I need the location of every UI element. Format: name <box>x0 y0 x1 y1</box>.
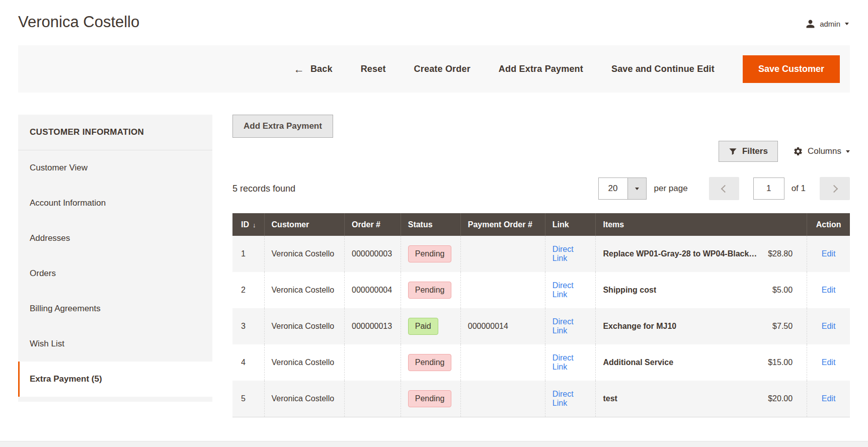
cell-items: test$20.00 <box>595 381 807 417</box>
direct-link[interactable]: Direct Link <box>553 245 589 263</box>
cell-action: Edit <box>807 381 850 417</box>
person-icon <box>806 19 815 29</box>
table-row: 5 Veronica Costello Pending Direct Link … <box>232 381 850 417</box>
sort-desc-icon: ↓ <box>253 221 256 229</box>
cell-customer: Veronica Costello <box>264 236 345 272</box>
status-badge: Pending <box>408 282 452 299</box>
cell-customer: Veronica Costello <box>264 272 345 308</box>
columns-control[interactable]: Columns <box>793 146 850 156</box>
chevron-down-icon <box>845 23 849 25</box>
cell-status: Pending <box>401 344 460 381</box>
cell-items: Exchange for MJ10$7.50 <box>595 308 807 344</box>
cell-order: 000000013 <box>344 308 401 344</box>
chevron-down-icon <box>635 188 639 190</box>
column-header-items[interactable]: Items <box>595 213 807 236</box>
per-page-value: 20 <box>599 178 627 199</box>
sidebar-item-billing-agreements[interactable]: Billing Agreements <box>18 291 212 326</box>
save-customer-button[interactable]: Save Customer <box>743 55 840 83</box>
cell-payment-order <box>460 381 545 417</box>
total-pages-label: of 1 <box>792 184 806 194</box>
cell-payment-order <box>460 344 545 381</box>
column-header-link[interactable]: Link <box>545 213 596 236</box>
direct-link[interactable]: Direct Link <box>553 317 589 335</box>
sidebar-item-orders[interactable]: Orders <box>18 256 212 291</box>
column-header-order[interactable]: Order # <box>344 213 401 236</box>
item-name: Replace WP01-Gray-28 to WP04-Black-28 <box>603 249 758 258</box>
cell-status: Paid <box>401 308 460 344</box>
add-extra-payment-toolbar-button[interactable]: Add Extra Payment <box>499 64 583 74</box>
cell-link: Direct Link <box>545 272 596 308</box>
edit-link[interactable]: Edit <box>822 286 836 295</box>
column-header-id[interactable]: ID ↓ <box>232 213 264 236</box>
save-and-continue-button[interactable]: Save and Continue Edit <box>611 64 715 74</box>
cell-items: Additional Service$15.00 <box>595 344 807 381</box>
direct-link[interactable]: Direct Link <box>553 281 589 299</box>
sidebar-item-wish-list[interactable]: Wish List <box>18 326 212 362</box>
sidebar-item-account-information[interactable]: Account Information <box>18 186 212 221</box>
column-header-payment-order[interactable]: Payment Order # <box>460 213 545 236</box>
chevron-down-icon <box>846 150 850 153</box>
status-badge: Pending <box>408 245 452 262</box>
sidebar-item-addresses[interactable]: Addresses <box>18 221 212 256</box>
extra-payment-grid: ID ↓ Customer Order # Status Payment Ord… <box>232 213 850 417</box>
direct-link[interactable]: Direct Link <box>553 390 589 408</box>
page-title: Veronica Costello <box>18 13 139 31</box>
sidebar-item-customer-view[interactable]: Customer View <box>18 150 212 186</box>
cell-link: Direct Link <box>545 381 596 417</box>
next-page-button[interactable] <box>820 177 850 200</box>
main-panel: Add Extra Payment Filters Columns 5 reco… <box>232 115 850 417</box>
cell-link: Direct Link <box>545 308 596 344</box>
sidebar-item-extra-payment[interactable]: Extra Payment (5) <box>18 362 212 397</box>
grid-header-row: ID ↓ Customer Order # Status Payment Ord… <box>232 213 850 236</box>
cell-order: 000000003 <box>344 236 401 272</box>
columns-label: Columns <box>808 146 841 156</box>
column-header-action[interactable]: Action <box>807 213 850 236</box>
item-price: $20.00 <box>768 394 793 403</box>
per-page-label: per page <box>654 184 688 194</box>
sidebar-title: CUSTOMER INFORMATION <box>18 115 212 150</box>
edit-link[interactable]: Edit <box>822 249 836 258</box>
table-row: 4 Veronica Costello Pending Direct Link … <box>232 344 850 381</box>
cell-id: 5 <box>232 381 264 417</box>
reset-button[interactable]: Reset <box>361 64 386 74</box>
customer-info-sidebar: CUSTOMER INFORMATION Customer View Accou… <box>18 115 212 402</box>
filters-button[interactable]: Filters <box>719 141 778 162</box>
back-button[interactable]: ← Back <box>294 64 333 74</box>
cell-payment-order <box>460 236 545 272</box>
add-extra-payment-button[interactable]: Add Extra Payment <box>232 115 333 138</box>
cell-items: Shipping cost$5.00 <box>595 272 807 308</box>
edit-link[interactable]: Edit <box>822 322 836 331</box>
chevron-left-icon <box>721 185 729 193</box>
admin-user-menu[interactable]: admin <box>806 19 849 29</box>
footer-strip <box>0 441 868 447</box>
status-badge: Pending <box>408 390 452 407</box>
item-name: test <box>603 394 617 403</box>
gear-icon <box>793 146 803 156</box>
cell-action: Edit <box>807 272 850 308</box>
item-name: Additional Service <box>603 358 673 367</box>
edit-link[interactable]: Edit <box>822 358 836 367</box>
page-header: Veronica Costello admin <box>0 0 868 31</box>
current-page-input[interactable] <box>753 177 784 200</box>
cell-link: Direct Link <box>545 236 596 272</box>
direct-link[interactable]: Direct Link <box>553 353 589 372</box>
item-price: $7.50 <box>772 322 793 331</box>
cell-id: 2 <box>232 272 264 308</box>
cell-status: Pending <box>401 381 460 417</box>
cell-link: Direct Link <box>545 344 596 381</box>
edit-link[interactable]: Edit <box>822 394 836 403</box>
table-row: 3 Veronica Costello 000000013 Paid 00000… <box>232 308 850 344</box>
admin-username: admin <box>820 20 840 28</box>
cell-payment-order <box>460 272 545 308</box>
per-page-select[interactable]: 20 <box>598 177 647 200</box>
column-header-customer[interactable]: Customer <box>264 213 345 236</box>
create-order-button[interactable]: Create Order <box>414 64 470 74</box>
item-name: Shipping cost <box>603 286 656 295</box>
cell-customer: Veronica Costello <box>264 344 345 381</box>
cell-action: Edit <box>807 236 850 272</box>
column-header-status[interactable]: Status <box>401 213 460 236</box>
prev-page-button[interactable] <box>709 177 739 200</box>
item-price: $5.00 <box>772 286 793 295</box>
cell-customer: Veronica Costello <box>264 308 345 344</box>
cell-payment-order: 000000014 <box>460 308 545 344</box>
